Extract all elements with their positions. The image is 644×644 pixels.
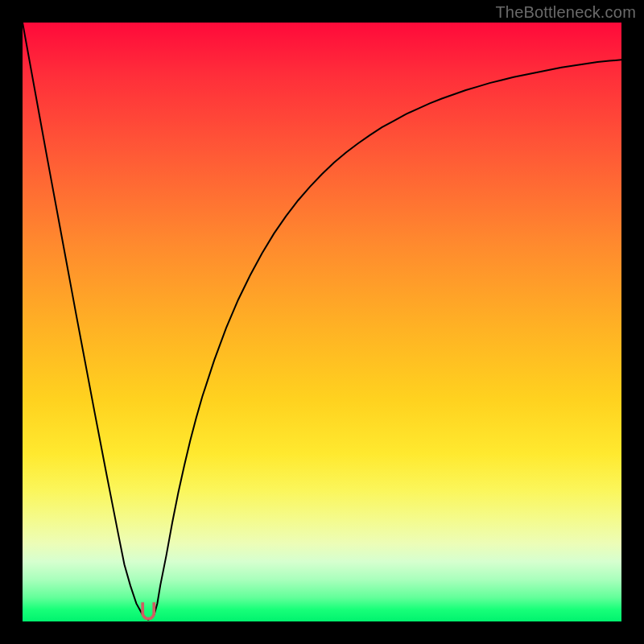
chart-svg xyxy=(23,23,621,621)
series-right-branch xyxy=(148,60,621,620)
watermark-text: TheBottleneck.com xyxy=(495,3,636,22)
plot-area xyxy=(23,23,621,621)
u-marker-icon xyxy=(141,602,155,620)
series-left-branch xyxy=(23,23,148,620)
bottleneck-curve xyxy=(23,23,621,620)
chart-frame: TheBottleneck.com xyxy=(0,0,644,644)
minimum-marker xyxy=(141,602,155,620)
